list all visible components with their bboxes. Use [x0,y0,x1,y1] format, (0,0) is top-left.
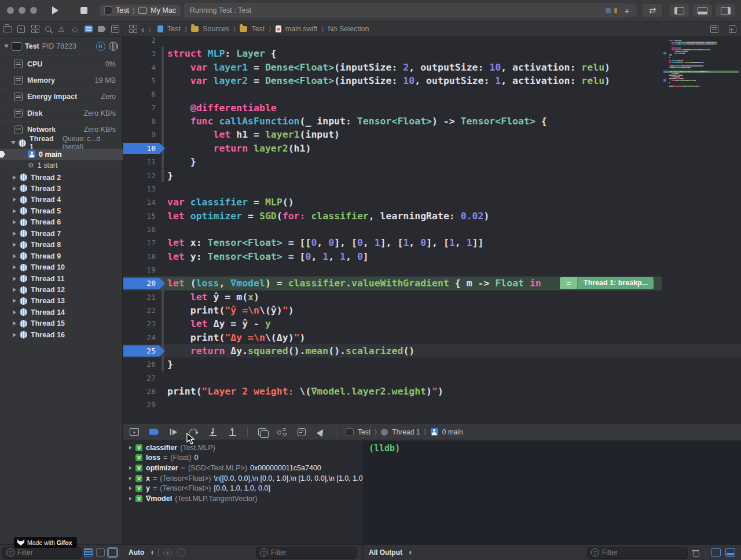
scheme-selector[interactable]: Test ⟩ My Mac [100,5,181,16]
code-line-4[interactable]: 4 var layer1 = Dense<Float>(inputSize: 2… [123,61,741,74]
line-number[interactable]: 21 [123,290,156,304]
variable-row-1[interactable]: Vclassifier(Test.MLP) [123,443,363,453]
disclosure-triangle-icon[interactable] [13,197,16,202]
thread-label[interactable]: Thread 9 [31,252,61,260]
thread-row[interactable]: Thread 15 [0,318,123,329]
stack-frame-row[interactable]: ⚙1 start [0,160,123,171]
thread-label[interactable]: Thread 2 [31,174,61,182]
disclosure-triangle-icon[interactable] [13,220,16,224]
code-line-12[interactable]: 12} [123,169,741,182]
line-number[interactable]: 23 [123,317,156,330]
debug-navigator-tab[interactable] [84,24,93,34]
stepper-icon[interactable]: ▴▾ [151,550,153,555]
frame-label[interactable]: 1 start [38,161,58,170]
thread-row[interactable]: Thread 8 [0,239,123,250]
thread-label[interactable]: Thread 13 [31,297,65,305]
source-editor[interactable]: 23struct MLP: Layer {4 var layer1 = Dens… [123,37,741,424]
code-line-3[interactable]: 3struct MLP: Layer { [123,47,741,60]
thread-row[interactable]: Thread 6 [0,216,123,228]
code-line-6[interactable]: 6 [123,87,741,101]
thread-row[interactable]: Thread 12 [0,284,123,296]
disclosure-triangle-icon[interactable] [129,487,132,490]
line-number[interactable]: 13 [123,182,156,196]
scope-selector[interactable]: Auto [129,548,144,557]
code-line-20[interactable]: 20let (loss, ∇model) = classifier.valueW… [123,277,741,290]
zoom-window-button[interactable] [30,7,37,14]
disclosure-triangle-icon[interactable] [13,299,16,303]
thread-row[interactable]: Thread 14 [0,307,123,318]
line-number[interactable]: 9 [123,128,156,141]
line-number[interactable]: 20 [123,277,156,290]
thread-row[interactable]: Thread 5 [0,205,123,217]
disclosure-triangle-icon[interactable] [13,186,16,191]
related-items-icon[interactable] [128,24,137,34]
symbol-navigator-tab[interactable] [30,24,39,34]
code-line-2[interactable]: 2 [123,37,741,47]
breakpoint-annotation[interactable]: =Thread 1: breakp... [560,277,654,289]
gauge-row-memory[interactable]: Memory19 MB [0,72,123,88]
thread-label[interactable]: Thread 6 [31,218,61,226]
disclosure-triangle-icon[interactable] [13,175,16,180]
code-line-14[interactable]: 14var classifier = MLP() [123,196,741,209]
output-selector[interactable]: All Output [369,548,402,557]
disclosure-triangle-icon[interactable] [129,466,132,470]
jumpbar-item[interactable]: Sources [203,25,229,33]
code-line-17[interactable]: 17let x: Tensor<Float> = [[0, 0], [0, 1]… [123,236,741,249]
thread-label[interactable]: Thread 14 [31,308,65,316]
disclosure-triangle-icon[interactable] [129,477,132,480]
line-number[interactable]: 7 [123,101,156,115]
line-number[interactable]: 14 [123,196,156,209]
disclosure-triangle-icon[interactable] [13,254,16,259]
line-number[interactable]: 26 [123,358,156,371]
view-hierarchy-button[interactable] [257,428,267,437]
code-line-24[interactable]: 24 print("Δy =\n\(Δy)") [123,331,741,344]
simulate-location-button[interactable] [316,428,327,437]
line-number[interactable]: 25 [123,344,156,358]
step-into-button[interactable] [208,428,218,437]
breakpoints-toggle-button[interactable] [149,428,159,437]
line-number[interactable]: 12 [123,169,156,182]
code-line-26[interactable]: 26} [123,358,741,371]
disclosure-triangle-icon[interactable] [13,288,16,292]
disclosure-triangle-icon[interactable] [13,277,16,281]
filter-running-toggle-icon[interactable] [84,548,93,557]
jumpbar-item[interactable]: Test [251,25,265,33]
stepper-icon[interactable]: ▴▾ [409,550,412,555]
issue-navigator-tab[interactable]: ⚠ [57,24,66,34]
breakpoint-navigator-tab[interactable] [97,24,107,34]
variable-row-3[interactable]: Voptimizer=(SGD<Test.MLP>)0x000000011c5a… [123,463,363,473]
code-line-10[interactable]: 10 return layer2(h1) [123,142,741,155]
jumpbar-item[interactable]: main.swift [285,25,318,33]
variable-row-6[interactable]: V∇model(Test.MLP.TangentVector) [123,493,363,504]
continue-button[interactable] [168,428,179,437]
variable-row-2[interactable]: Vloss=(Float)0 [123,453,363,463]
code-line-9[interactable]: 9 let h1 = layer1(input) [123,128,741,141]
minimize-window-button[interactable] [19,7,25,14]
code-line-29[interactable]: 29 [123,398,741,411]
memory-graph-button[interactable] [277,428,287,437]
line-number[interactable]: 4 [123,61,156,74]
toggle-inspector-button[interactable] [716,4,735,17]
code-line-7[interactable]: 7 @differentiable [123,101,741,115]
console-view[interactable]: (lldb) [364,441,741,544]
thread-label[interactable]: Thread 7 [31,230,61,238]
line-number[interactable]: 16 [123,223,156,236]
gauge-row-cpu[interactable]: CPU0% [0,56,123,72]
show-console-pane-icon[interactable] [725,548,735,557]
line-number[interactable]: 22 [123,304,156,317]
forward-button[interactable]: › [148,24,151,34]
view-mode-icon[interactable] [109,42,118,51]
disclosure-triangle-icon[interactable] [129,446,132,450]
disclosure-triangle-icon[interactable] [13,265,16,270]
step-out-button[interactable] [228,428,238,437]
line-number[interactable]: 18 [123,250,156,263]
thread-label[interactable]: Thread 11 [31,275,64,283]
debug-location-frame[interactable]: 0 main [442,428,463,436]
code-line-13[interactable]: 13 [123,182,741,196]
disclosure-triangle-icon[interactable] [13,209,16,213]
thread-row[interactable]: Thread 4 [0,194,123,205]
toggle-navigator-button[interactable] [669,4,689,17]
disclosure-triangle-icon[interactable] [4,45,9,48]
info-icon[interactable]: i [177,548,185,557]
disclosure-triangle-icon[interactable] [129,497,132,500]
